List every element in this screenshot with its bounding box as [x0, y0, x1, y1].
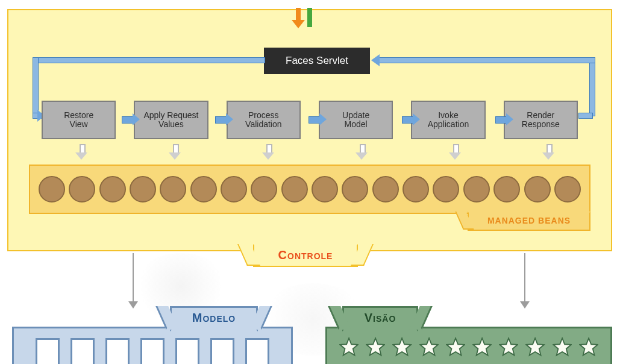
phase-update-model: UpdateModel [319, 101, 393, 139]
modelo-cell [245, 338, 269, 364]
modelo-panel [12, 327, 293, 364]
phase-invoke-application: IvokeApplication [411, 101, 485, 139]
incoming-response-bar-icon [307, 8, 312, 27]
managed-bean-icon [524, 176, 551, 202]
pipe-segment [578, 113, 593, 119]
star-icon [392, 337, 412, 357]
modelo-cell [70, 338, 95, 364]
managed-bean-icon [99, 176, 126, 202]
visao-panel [325, 327, 612, 364]
managed-bean-icon [69, 176, 95, 202]
phase-render-response: RenderResponse [504, 101, 578, 139]
managed-bean-icon [342, 176, 368, 202]
phase-apply-request: Apply RequestValues [134, 101, 208, 139]
managed-bean-icon [554, 176, 581, 202]
svg-marker-3 [420, 338, 438, 355]
svg-marker-8 [553, 338, 571, 355]
managed-beans-bar [29, 165, 590, 214]
modelo-cell [36, 338, 60, 364]
managed-bean-icon [160, 176, 186, 202]
arrow-down-icon [450, 144, 461, 161]
svg-marker-0 [340, 338, 358, 355]
star-icon [553, 337, 572, 357]
managed-bean-icon [130, 176, 156, 202]
incoming-request-arrow-icon [293, 8, 304, 28]
star-icon [339, 337, 359, 357]
star-icon [366, 337, 385, 357]
arrow-right-icon [495, 114, 513, 125]
pipe-segment [589, 57, 595, 116]
arrow-right-icon [122, 114, 140, 125]
arrow-left-icon [371, 54, 380, 66]
arrow-down-icon [357, 144, 368, 161]
managed-bean-icon [493, 176, 520, 202]
arrow-down-icon [77, 144, 87, 161]
arrow-down-icon [524, 253, 525, 301]
arrow-right-icon [308, 114, 327, 125]
svg-marker-9 [580, 338, 598, 355]
pipe-segment [33, 57, 39, 116]
arrow-down-icon [133, 253, 134, 301]
managed-bean-icon [312, 176, 338, 202]
pipe-segment [378, 57, 595, 63]
managed-bean-icon [221, 176, 247, 202]
managed-bean-icon [190, 176, 217, 202]
controle-label-tab: Controle [253, 244, 358, 267]
modelo-cell [175, 338, 199, 364]
star-icon [472, 337, 492, 357]
modelo-cell [140, 338, 164, 364]
managed-bean-icon [433, 176, 459, 202]
managed-bean-icon [251, 176, 277, 202]
svg-marker-7 [527, 338, 545, 355]
pipe-segment [33, 57, 265, 63]
managed-bean-icon [402, 176, 429, 202]
faces-servlet-box: Faces Servlet [264, 48, 370, 74]
star-icon [446, 337, 465, 357]
star-icon [579, 337, 598, 357]
phase-restore-view: RestoreView [42, 101, 116, 139]
svg-marker-5 [473, 338, 491, 355]
managed-bean-icon [463, 176, 490, 202]
svg-marker-4 [446, 338, 465, 355]
svg-marker-6 [500, 338, 518, 355]
arrow-right-icon [215, 114, 233, 125]
modelo-label-tab: Modelo [170, 306, 258, 331]
svg-marker-2 [393, 338, 412, 355]
star-icon [499, 337, 518, 357]
svg-marker-1 [367, 338, 385, 355]
modelo-cell [105, 338, 130, 364]
arrow-down-icon [170, 144, 181, 161]
managed-beans-label: MANAGED BEANS [468, 212, 590, 231]
arrow-down-icon [263, 144, 274, 161]
star-icon [419, 337, 439, 357]
controle-panel: Faces Servlet RestoreView Apply RequestV… [7, 9, 612, 251]
phase-process-validation: ProcessValidation [227, 101, 301, 139]
managed-bean-icon [39, 176, 65, 202]
star-icon [525, 337, 545, 357]
arrow-down-icon [543, 144, 554, 161]
arrow-right-icon [402, 114, 420, 125]
managed-bean-icon [281, 176, 308, 202]
modelo-cell [210, 338, 234, 364]
managed-bean-icon [372, 176, 399, 202]
visao-label-tab: Visão [342, 306, 418, 331]
